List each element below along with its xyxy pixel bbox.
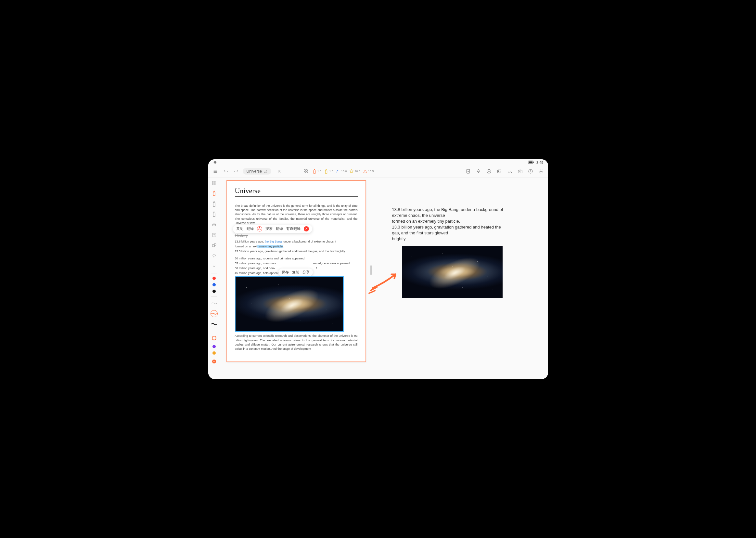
menu-icon[interactable] (212, 167, 219, 175)
pen-tool-2[interactable]: 1.0 (324, 169, 333, 174)
svg-rect-31 (214, 181, 216, 183)
rail-pencil-icon[interactable] (211, 200, 218, 207)
pen-add-icon[interactable] (506, 167, 514, 175)
ctx-translate-2[interactable]: 翻译 (276, 226, 283, 231)
source-document-page[interactable]: Universe The broad definition of the uni… (226, 180, 366, 362)
rail-shape-icon[interactable] (211, 242, 218, 249)
color-red[interactable] (213, 277, 216, 280)
svg-rect-17 (478, 169, 479, 172)
highlighted-text[interactable]: remely tiny particle (257, 245, 283, 248)
add-color-icon[interactable]: + (211, 358, 218, 365)
selection-handle[interactable] (235, 276, 238, 279)
ctx-copy[interactable]: 复制 (236, 226, 243, 231)
tablet-frame: 3:49 Universe (204, 155, 552, 383)
rail-highlighter-icon[interactable] (211, 211, 218, 218)
add-icon[interactable] (485, 167, 493, 175)
stroke-thick-icon[interactable] (211, 321, 218, 328)
timeline-row: formed on an extremely tiny particle. (235, 244, 358, 249)
back-icon[interactable] (276, 167, 284, 175)
microphone-icon[interactable] (475, 167, 483, 175)
rail-eraser-icon[interactable] (211, 221, 218, 228)
star-tool[interactable]: 10.0 (349, 169, 360, 174)
galaxy-image-pasted[interactable] (402, 246, 502, 298)
svg-rect-33 (214, 183, 216, 185)
svg-point-0 (215, 163, 215, 164)
rail-text-icon[interactable]: T (211, 232, 218, 239)
wifi-icon (213, 160, 217, 165)
stroke-thin-icon[interactable] (211, 300, 218, 307)
battery-icon (528, 161, 535, 165)
left-tool-rail: T + (208, 178, 220, 379)
img-share[interactable]: 分享 (303, 270, 309, 275)
rail-divider-2 (211, 296, 217, 296)
svg-marker-13 (363, 170, 367, 173)
brush-yellow[interactable] (213, 351, 216, 355)
rail-divider-3 (211, 331, 217, 331)
canvas[interactable]: Universe The broad definition of the uni… (220, 178, 548, 379)
rail-pen-icon[interactable] (211, 190, 218, 197)
arrow-annotation (368, 269, 403, 295)
stroke-medium-icon[interactable] (211, 310, 218, 317)
document-title[interactable]: Universe (243, 168, 271, 175)
doc-title-heading: Universe (235, 187, 358, 197)
svg-marker-12 (350, 169, 354, 173)
color-black[interactable] (213, 290, 216, 293)
rail-lasso-icon[interactable] (211, 252, 218, 259)
selection-handle[interactable] (341, 276, 344, 279)
svg-rect-39 (212, 244, 214, 247)
triangle-tool[interactable]: 15.5 (363, 169, 374, 174)
svg-rect-3 (534, 162, 534, 163)
svg-rect-11 (306, 172, 308, 173)
title-underline (235, 198, 358, 199)
image-icon[interactable] (496, 167, 503, 175)
svg-rect-2 (529, 161, 533, 163)
ctx-search[interactable]: 搜索 (265, 226, 272, 231)
camera-icon[interactable] (516, 167, 524, 175)
undo-button[interactable] (222, 167, 230, 175)
pen-tool-1[interactable]: 1.0 (312, 169, 322, 174)
redo-button[interactable] (232, 167, 240, 175)
rail-chevron-down-icon[interactable] (211, 263, 218, 270)
rail-divider (211, 273, 217, 273)
top-toolbar: Universe 1.0 1.0 10.0 (208, 166, 548, 178)
svg-rect-22 (497, 170, 501, 173)
svg-rect-9 (306, 170, 308, 171)
svg-rect-35 (213, 224, 215, 226)
edit-icon (264, 170, 267, 173)
img-save[interactable]: 保存 (282, 270, 289, 275)
text-selection-menu: 复制 翻译 A 搜索 翻译 有道翻译 ✕ (233, 225, 312, 233)
big-bang-link[interactable]: the Big Bang (264, 240, 282, 243)
brush-purple[interactable] (213, 345, 216, 348)
ctx-font-icon[interactable]: A (257, 226, 262, 232)
closing-paragraph: According to current scientific research… (235, 334, 358, 351)
selection-handle[interactable] (235, 329, 238, 332)
svg-point-29 (540, 171, 542, 172)
timeline-row: 13.8 billion years ago, the Big Bang, un… (235, 239, 358, 244)
selection-handle[interactable] (341, 329, 344, 332)
layout-icon[interactable] (302, 167, 309, 175)
brush-ring-orange[interactable] (211, 335, 218, 342)
svg-point-27 (519, 171, 521, 172)
ctx-close-icon[interactable]: ✕ (304, 226, 309, 232)
ctx-youdao[interactable]: 有道翻译 (286, 226, 301, 231)
settings-icon[interactable] (537, 167, 545, 175)
timeline-row: 60 million years ago, rodents and primat… (235, 256, 358, 261)
add-page-icon[interactable] (464, 167, 472, 175)
status-bar: 3:49 (208, 159, 548, 166)
img-copy[interactable]: 复制 (292, 270, 299, 275)
color-blue[interactable] (213, 283, 216, 286)
galaxy-image-selected[interactable] (235, 276, 344, 332)
history-icon[interactable] (527, 167, 535, 175)
rail-layout-icon[interactable] (211, 180, 218, 187)
svg-rect-10 (304, 172, 306, 173)
svg-text:T: T (213, 234, 215, 236)
svg-rect-30 (212, 181, 214, 183)
ctx-translate[interactable]: 翻译 (247, 226, 254, 231)
curve-tool[interactable]: 10.0 (336, 169, 347, 174)
timeline-row: 55 million years ago, mammals eared, cet… (235, 261, 358, 266)
svg-rect-32 (212, 183, 214, 185)
screen: 3:49 Universe (208, 159, 548, 379)
svg-rect-8 (304, 170, 306, 171)
history-header: History (235, 233, 358, 238)
pasted-text-block[interactable]: 13.8 billion years ago, the Big Bang, un… (392, 207, 506, 242)
